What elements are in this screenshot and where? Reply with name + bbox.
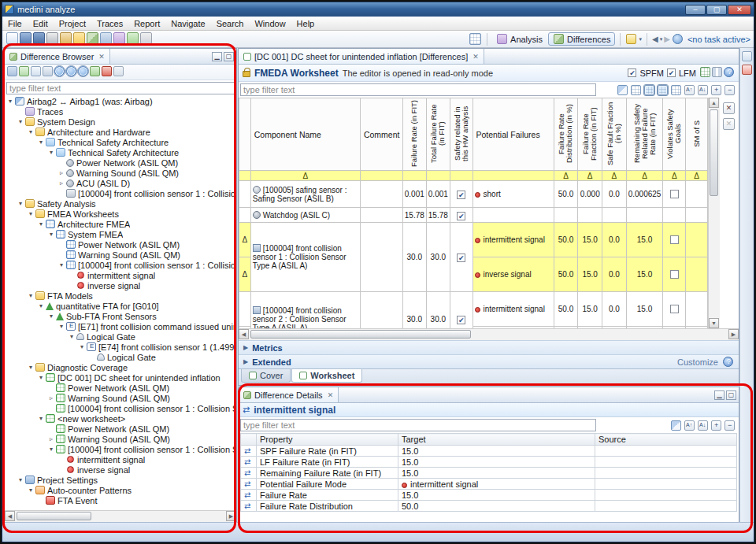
font-decrease-icon[interactable] xyxy=(698,85,708,95)
remaining-failure-rate-cell[interactable]: 15.0 xyxy=(626,223,663,257)
menu-help[interactable]: Help xyxy=(291,18,321,29)
property-cell[interactable]: Failure Rate Distribution xyxy=(257,501,398,512)
metrics-section[interactable]: ▶ Metrics xyxy=(239,340,739,354)
component-cell[interactable]: [100005] safing sensor : Safing Sensor (… xyxy=(250,181,360,208)
failure-rate-fraction-cell[interactable]: 15.0 xyxy=(578,257,602,292)
maximize-panel-icon[interactable]: ▢ xyxy=(726,390,736,400)
expander-icon[interactable]: ▾ xyxy=(47,313,55,320)
tab-cover[interactable]: Cover xyxy=(241,369,291,383)
failure-rate-fraction-cell[interactable]: 15.0 xyxy=(578,292,602,327)
new-icon[interactable] xyxy=(6,32,18,44)
help-icon[interactable] xyxy=(724,67,734,77)
wizard-icon[interactable] xyxy=(113,32,125,44)
expander-icon[interactable]: ▾ xyxy=(37,139,45,146)
failure-rate-cell[interactable]: 30.0 xyxy=(402,292,426,329)
failure-rate-distribution-cell[interactable]: 50.0 xyxy=(554,223,578,257)
failure-rate-cell[interactable]: 15.78 xyxy=(402,208,426,223)
expander-icon[interactable]: ▾ xyxy=(47,149,55,156)
link-icon[interactable] xyxy=(7,66,17,76)
link-icon[interactable] xyxy=(100,32,112,44)
wand-icon[interactable] xyxy=(626,34,636,44)
comment-cell[interactable] xyxy=(360,181,402,208)
failure-rate-fraction-cell[interactable]: 15.0 xyxy=(578,223,602,257)
scroll-up-icon[interactable]: ▲ xyxy=(709,98,719,108)
details-row[interactable]: ⇄SPF Failure Rate (in FIT)15.0 xyxy=(241,446,737,457)
scroll-left-icon[interactable]: ◀ xyxy=(239,329,249,339)
tree-item[interactable]: ▾FTA Models xyxy=(5,291,236,301)
safe-fault-fraction-in--column-header[interactable]: Safe Fault Fraction (in %) xyxy=(602,98,627,171)
property-column-header[interactable]: Property xyxy=(257,434,398,446)
chevron-down-icon[interactable]: ▾ xyxy=(660,36,663,43)
columns-icon[interactable] xyxy=(712,67,722,77)
safety-related-cell[interactable] xyxy=(450,223,472,292)
failure-rate-fraction-cell[interactable]: 0.000 xyxy=(578,181,602,208)
tree-item[interactable]: ▾Diagnostic Coverage xyxy=(5,362,236,372)
tree-item[interactable]: ▾Technical Safety Architecture xyxy=(5,137,236,147)
expander-icon[interactable]: ▾ xyxy=(27,487,35,494)
perspective-analysis[interactable]: Analysis xyxy=(492,33,547,45)
scrollbar-thumb[interactable] xyxy=(17,512,91,520)
tree-item[interactable]: ▾[100004] front collision sensor 1 : Col… xyxy=(5,444,236,454)
property-cell[interactable]: LF Failure Rate (in FIT) xyxy=(257,457,398,468)
tree-item[interactable]: Power Network (ASIL QM) xyxy=(5,157,236,168)
tree-item[interactable]: Warning Sound (ASIL QM) xyxy=(5,250,236,260)
safety-related-in-this-hw-analysis-column-header[interactable]: Safety related in this HW analysis xyxy=(450,98,472,171)
difference-browser-tab[interactable]: Difference Browser ✕ xyxy=(5,49,110,64)
details-row[interactable]: ⇄Potential Failure Modeintermittent sign… xyxy=(241,479,737,490)
view-split-icon[interactable] xyxy=(644,85,654,95)
scroll-right-icon[interactable]: ▶ xyxy=(728,329,739,339)
view-menu-icon[interactable] xyxy=(113,66,124,76)
tree-item[interactable]: ▾Safety Analysis xyxy=(5,198,236,209)
remaining-failure-rate-cell[interactable]: 0.000625 xyxy=(626,181,663,208)
expander-icon[interactable]: ▾ xyxy=(27,128,35,135)
collapse-rows-icon[interactable] xyxy=(724,420,735,431)
potential-failure-cell[interactable]: short xyxy=(472,181,554,208)
failure-rate-fraction-cell[interactable] xyxy=(578,208,602,223)
safety-related-checkbox[interactable] xyxy=(457,316,465,324)
tree-item[interactable]: ▾Technical Safety Architecture xyxy=(5,147,236,157)
target-column-header[interactable]: Target xyxy=(398,434,595,446)
extended-section[interactable]: ▶ Extended Customize xyxy=(239,354,739,368)
comment-cell[interactable] xyxy=(360,223,402,292)
menu-report[interactable]: Report xyxy=(128,18,165,29)
accept-icon[interactable] xyxy=(90,66,100,76)
tree-item[interactable]: ▾Sub-FTA Front Sensors xyxy=(5,311,236,321)
menu-file[interactable]: File xyxy=(2,18,28,29)
expander-icon[interactable]: ▾ xyxy=(37,302,45,309)
potential-failures-column-header[interactable]: Potential Failures xyxy=(472,98,554,171)
close-button[interactable]: ✕ xyxy=(728,5,751,15)
worksheet-horizontal-scrollbar[interactable]: ◀ ▶ xyxy=(239,328,739,340)
tree-item[interactable]: ▾[100004] front collision sensor 1 : Col… xyxy=(5,260,236,270)
tree-item[interactable]: [100004] front collision sensor 1 : Coll… xyxy=(5,188,236,198)
violates-cell[interactable] xyxy=(663,223,686,257)
details-row[interactable]: ⇄Failure Rate15.0 xyxy=(241,490,737,501)
total-failure-rate-cell[interactable]: 15.78 xyxy=(426,208,450,223)
filter-input[interactable] xyxy=(6,82,235,94)
target-cell[interactable]: 15.0 xyxy=(398,457,595,468)
tree-item[interactable]: Logical Gate xyxy=(5,352,236,362)
save-icon[interactable] xyxy=(20,32,32,44)
minimize-button[interactable]: – xyxy=(685,5,706,15)
total-failure-rate-in-fit--column-header[interactable]: Total Failure Rate (in FIT) xyxy=(426,98,450,171)
remaining-failure-rate-cell[interactable]: 15.0 xyxy=(626,257,663,292)
tab-worksheet[interactable]: Worksheet xyxy=(291,369,362,383)
maximize-button[interactable]: ▢ xyxy=(706,5,727,15)
compare-editor-icon[interactable] xyxy=(617,85,628,95)
expander-icon[interactable]: ▾ xyxy=(37,374,45,381)
tree-item[interactable]: intermittent signal xyxy=(5,454,236,464)
source-cell[interactable] xyxy=(595,501,737,512)
safety-related-cell[interactable] xyxy=(450,181,472,208)
menu-navigate[interactable]: Navigate xyxy=(165,18,210,29)
potential-failure-cell[interactable]: inverse signal xyxy=(472,257,554,292)
restore-view-icon[interactable] xyxy=(742,51,752,61)
expander-icon[interactable]: ▾ xyxy=(78,343,86,350)
font-decrease-icon[interactable] xyxy=(698,420,708,431)
violates-cell[interactable] xyxy=(663,292,686,327)
sync-target-icon[interactable] xyxy=(54,66,65,76)
violates-checkbox[interactable] xyxy=(670,270,679,279)
difference-details-tab[interactable]: Difference Details ✕ xyxy=(239,387,339,402)
source-cell[interactable] xyxy=(595,479,737,490)
font-increase-icon[interactable] xyxy=(684,420,695,431)
safety-related-checkbox[interactable] xyxy=(457,253,465,262)
details-row[interactable]: ⇄Failure Rate Distribution50.0 xyxy=(241,501,737,512)
